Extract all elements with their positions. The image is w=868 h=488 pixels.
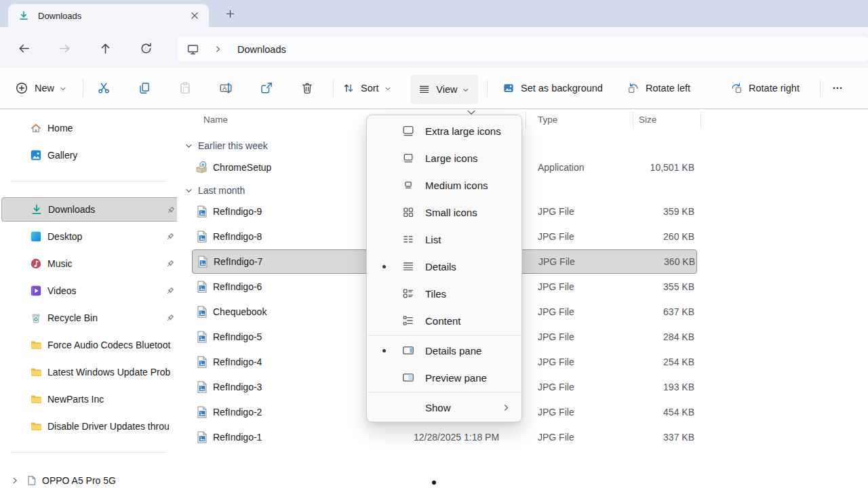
sidebar-item-label: Recycle Bin [47,312,179,323]
device-icon [26,475,37,486]
refresh-button[interactable] [134,36,158,60]
sidebar-item-label: NewParts Inc [47,394,179,405]
share-button[interactable] [252,75,281,101]
view-menu-item-list[interactable]: List [367,226,521,253]
download-icon [18,10,29,21]
file-name: RefIndigo-2 [213,407,262,418]
copy-button[interactable] [130,75,159,101]
menu-divider [368,335,521,336]
extra-large-icons-icon [402,125,414,137]
sidebar-item-downloads[interactable]: Downloads [1,197,179,222]
sort-button-label: Sort [361,83,379,94]
chevron-down-icon [384,85,392,93]
sort-icon [342,82,355,94]
copy-icon [138,81,151,95]
new-button[interactable]: New [15,75,67,101]
more-options-button[interactable] [824,75,851,101]
file-name: RefIndigo-9 [213,206,262,217]
view-menu-item-medium-icons[interactable]: Medium icons [367,171,521,199]
jpg-file-icon [195,205,209,218]
more-icon [831,82,844,94]
large-icons-icon [402,152,414,164]
sidebar-item-force-audio-codecs-bluetoot[interactable]: Force Audio Codecs Bluetoot [1,333,179,357]
sidebar-item-newparts-inc[interactable]: NewParts Inc [1,387,179,411]
column-header-size[interactable]: Size [639,115,656,125]
sidebar-item-home[interactable]: Home [1,116,179,140]
sidebar-item-gallery[interactable]: Gallery [1,143,179,167]
group-header-last-month[interactable]: Last month [177,180,245,201]
file-type: JPG File [538,432,574,443]
file-explorer-window: Downloads Downloads New A Sort [0,0,868,488]
toolbar-separator [487,79,488,97]
view-menu-item-small-icons[interactable]: Small icons [367,199,521,226]
sidebar-item-videos[interactable]: Videos [1,279,179,303]
menu-item-label: Details pane [425,345,481,357]
sidebar-item-music[interactable]: Music [1,251,179,276]
file-type: JPG File [538,407,574,418]
group-header-earlier-this-week[interactable]: Earlier this week [177,136,268,156]
sidebar-item-label: Force Audio Codecs Bluetoot [47,340,179,350]
group-collapse-chevron-icon[interactable] [184,186,193,195]
file-row-refindigo-1[interactable]: RefIndigo-112/28/2025 1:18 PMJPG File337… [192,425,697,449]
address-bar[interactable]: Downloads [178,37,868,62]
file-size: 260 KB [612,231,694,242]
menu-item-label: Extra large icons [425,125,501,137]
sidebar-item-label: Videos [47,285,179,296]
column-header-name[interactable]: Name [203,115,228,125]
view-menu-item-details-pane[interactable]: Details pane [367,337,521,364]
cut-button[interactable] [89,75,119,101]
tab-downloads[interactable]: Downloads [8,4,209,27]
rotate-left-button[interactable]: Rotate left [627,75,690,101]
sidebar-item-latest-windows-update-prob[interactable]: Latest Windows Update Prob [1,360,179,384]
sort-button[interactable]: Sort [342,75,392,101]
rotate-right-icon [730,82,743,94]
file-name: RefIndigo-8 [213,231,262,242]
set-as-background-label: Set as background [521,83,603,94]
delete-button[interactable] [292,75,322,101]
back-button[interactable] [12,36,36,60]
file-size: 10,501 KB [612,162,694,173]
forward-button[interactable] [52,36,77,60]
set-as-background-icon [502,82,515,94]
file-type: JPG File [538,231,574,242]
up-button[interactable] [93,36,117,60]
view-menu-item-tiles[interactable]: Tiles [367,280,521,307]
tab-close-icon[interactable] [189,10,200,21]
folder-icon [30,393,42,405]
chevron-down-icon [462,86,470,94]
svg-text:A: A [222,85,226,92]
sidebar-item-desktop[interactable]: Desktop [1,224,179,249]
breadcrumb-chevron-icon[interactable] [214,45,222,54]
sidebar-divider [11,452,167,453]
sidebar-item-disable-driver-updates-throu[interactable]: Disable Driver Updates throu [1,414,179,439]
menu-item-label: Preview pane [425,372,487,384]
rotate-right-label: Rotate right [749,83,800,94]
sidebar-item-oppo-a5-pro-5g[interactable]: OPPO A5 Pro 5G [1,468,179,488]
videos-icon [30,285,42,297]
pin-icon [165,259,175,268]
new-tab-button[interactable] [225,9,235,19]
view-menu-item-large-icons[interactable]: Large icons [367,144,521,171]
group-collapse-chevron-icon[interactable] [184,142,193,150]
plus-circle-icon [15,81,28,95]
view-menu-item-content[interactable]: Content [367,307,521,334]
file-name: RefIndigo-5 [213,331,262,342]
file-date-modified: 12/28/2025 1:18 PM [414,432,499,443]
rename-button[interactable]: A [211,75,241,101]
column-header-type[interactable]: Type [538,115,557,125]
view-menu-item-details[interactable]: Details [367,253,521,280]
set-as-background-button[interactable]: Set as background [502,75,603,101]
details-pane-icon [402,344,414,357]
view-button[interactable]: View [410,75,478,104]
view-menu-item-extra-large-icons[interactable]: Extra large icons [367,117,521,144]
rotate-right-button[interactable]: Rotate right [730,75,800,101]
refresh-icon [140,42,153,55]
sidebar-item-label: Disable Driver Updates throu [47,421,179,432]
view-menu-item-preview-pane[interactable]: Preview pane [367,364,521,391]
breadcrumb-location[interactable]: Downloads [237,44,286,55]
sidebar-item-recycle-bin[interactable]: ♻Recycle Bin [1,306,179,330]
cut-icon [97,81,111,95]
expand-chevron-icon[interactable] [10,476,20,485]
view-menu-item-show[interactable]: Show [367,394,521,421]
paste-button[interactable] [170,75,200,101]
